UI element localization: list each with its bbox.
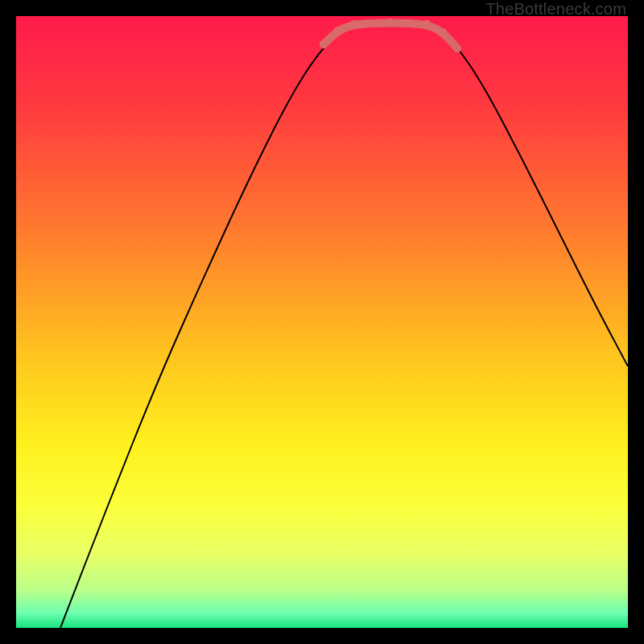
optimal-zone-dot (350, 20, 358, 28)
curve-layer (16, 16, 628, 628)
plot-area (16, 16, 628, 628)
optimal-zone-dot (386, 19, 394, 27)
optimal-zone-dot (453, 44, 461, 52)
bottleneck-curve (60, 23, 628, 629)
watermark-label: TheBottleneck.com (485, 0, 626, 19)
optimal-zone-dot (334, 27, 342, 35)
optimal-zone-dot (439, 28, 447, 36)
optimal-zone-marker (324, 23, 457, 49)
optimal-zone-dot (423, 20, 431, 28)
optimal-zone-dot (320, 40, 328, 48)
chart-frame: TheBottleneck.com (0, 0, 644, 644)
